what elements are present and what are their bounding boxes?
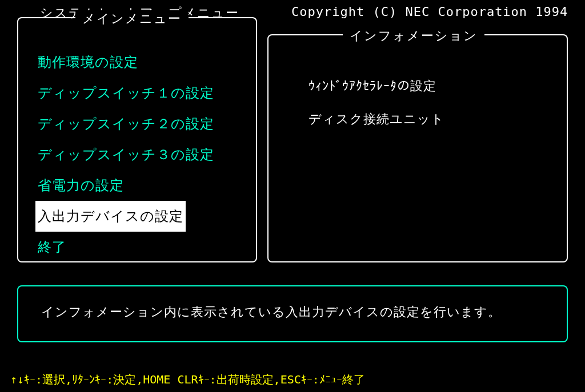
info-item-window-accelerator: ｳｨﾝﾄﾞｳｱｸｾﾗﾚｰﾀの設定 <box>308 70 567 103</box>
copyright-text: Copyright (C) NEC Corporation 1994 <box>257 5 585 22</box>
menu-item-power-save[interactable]: 省電力の設定 <box>35 170 126 201</box>
key-help-text: ↑↓ｷｰ:選択,ﾘﾀｰﾝｷｰ:決定,HOME CLRｷｰ:出荷時設定,ESCｷｰ… <box>10 372 365 387</box>
description-text: インフォメーション内に表示されている入出力デバイスの設定を行います。 <box>41 304 544 321</box>
menu-item-io-devices[interactable]: 入出力デバイスの設定 <box>35 201 186 232</box>
information-list: ｳｨﾝﾄﾞｳｱｸｾﾗﾚｰﾀの設定 ディスク接続ユニット <box>269 47 567 136</box>
menu-item-exit[interactable]: 終了 <box>35 232 69 262</box>
main-menu-panel: メインメニュー 動作環境の設定 ディップスイッチ１の設定 ディップスイッチ２の設… <box>17 17 257 262</box>
information-panel: インフォメーション ｳｨﾝﾄﾞｳｱｸｾﾗﾚｰﾀの設定 ディスク接続ユニット <box>267 34 568 262</box>
info-item-disk-unit: ディスク接続ユニット <box>308 103 567 136</box>
menu-item-dipswitch-2[interactable]: ディップスイッチ２の設定 <box>35 108 217 139</box>
menu-item-dipswitch-3[interactable]: ディップスイッチ３の設定 <box>35 139 217 170</box>
main-menu-title: メインメニュー <box>75 10 189 27</box>
information-title: インフォメーション <box>343 27 484 45</box>
menu-item-env-settings[interactable]: 動作環境の設定 <box>35 47 141 78</box>
main-menu-list: 動作環境の設定 ディップスイッチ１の設定 ディップスイッチ２の設定 ディップスイ… <box>18 30 256 262</box>
menu-item-dipswitch-1[interactable]: ディップスイッチ１の設定 <box>35 78 217 108</box>
description-panel: インフォメーション内に表示されている入出力デバイスの設定を行います。 <box>17 285 568 342</box>
